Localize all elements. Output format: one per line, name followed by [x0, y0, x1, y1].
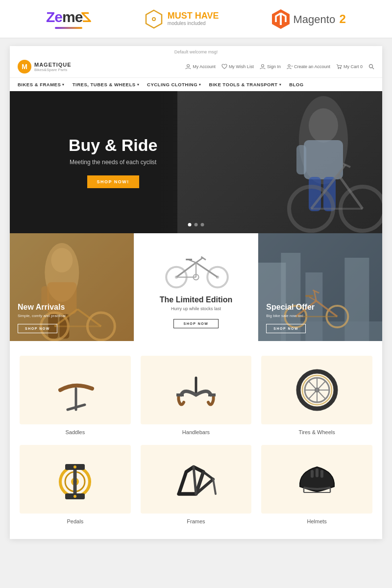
panel-center-content: The Limited Edition Hurry up while stock…: [160, 295, 232, 328]
category-section: Saddles Handlebars: [10, 341, 382, 539]
hero-dot-2[interactable]: [195, 223, 198, 226]
panel-special-desc: Big bike sale now on!: [266, 314, 315, 318]
zemes-underline: [55, 27, 82, 29]
svg-rect-12: [304, 140, 343, 179]
nav-blog[interactable]: Blog: [289, 82, 303, 87]
nav-tires[interactable]: Tires, Tubes & Wheels ▾: [73, 82, 139, 87]
category-tires-wheels[interactable]: Tires & Wheels: [261, 356, 372, 435]
svg-line-91: [203, 472, 213, 479]
helmets-illustration: [290, 457, 344, 501]
panel-new-arrivals-desc: Simple, comfy and practical: [18, 314, 66, 318]
category-handlebars[interactable]: Handlebars: [141, 356, 252, 435]
svg-point-2: [153, 18, 155, 20]
panel-limited-button[interactable]: SHOP NOW: [173, 319, 219, 328]
svg-point-5: [261, 65, 264, 67]
search-icon: [368, 64, 374, 70]
saddles-label: Saddles: [20, 429, 131, 435]
category-frames[interactable]: Frames: [141, 445, 252, 524]
hero-section: Buy & Ride Meeting the needs of each cyc…: [10, 91, 382, 233]
magento-icon: [272, 9, 290, 29]
cart-link[interactable]: My Cart 0: [336, 64, 363, 70]
header-main: MAGETIQUE Bikes&Spare Parts My Account M…: [18, 56, 374, 77]
brand-name: MAGETIQUE: [34, 62, 72, 68]
search-button[interactable]: [368, 64, 374, 70]
svg-point-9: [369, 65, 373, 68]
nav-cycling-clothing[interactable]: Cycling Clothing ▾: [147, 82, 201, 87]
must-have-badge: MUST HAVE modules included: [144, 9, 219, 29]
create-account-icon: [287, 64, 293, 70]
panel-special-title: Special Offer: [266, 303, 315, 312]
svg-line-75: [317, 390, 325, 399]
signin-link[interactable]: Sign In: [260, 64, 281, 70]
header-actions: My Account My Wish List Sign In Create a…: [185, 64, 374, 70]
brand-sub: Bikes&Spare Parts: [34, 68, 72, 72]
tires-wheels-image-box: [261, 356, 372, 424]
helmets-label: Helmets: [261, 518, 372, 524]
panel-limited-sub: Hurry up while stocks last: [160, 306, 232, 311]
svg-point-7: [338, 68, 339, 69]
brand-icon: [18, 60, 31, 74]
handlebars-image-box: [141, 356, 252, 424]
helmets-image-box: [261, 445, 372, 514]
hero-image: [177, 91, 382, 233]
frames-image-box: [141, 445, 252, 514]
panel-new-arrivals: New Arrivals Simple, comfy and practical…: [10, 233, 134, 341]
svg-point-84: [74, 466, 76, 468]
nav-bikes-frames[interactable]: Bikes & Frames ▾: [18, 82, 65, 87]
must-have-title: MUST HAVE: [168, 11, 219, 21]
panel-special-button[interactable]: SHOP NOW: [266, 324, 306, 333]
saddles-illustration: [48, 368, 102, 412]
handlebars-illustration: [169, 368, 223, 412]
svg-point-6: [288, 65, 290, 67]
wishlist-link[interactable]: My Wish List: [221, 64, 254, 70]
hero-person-svg: [225, 91, 382, 233]
svg-rect-13: [296, 145, 306, 174]
svg-line-94: [213, 479, 216, 494]
saddles-image-box: [20, 356, 131, 424]
hero-content: Buy & Ride Meeting the needs of each cyc…: [10, 136, 157, 188]
zemes-logo[interactable]: ZemeZ: [46, 9, 91, 29]
hero-dot-1[interactable]: [188, 223, 192, 226]
panel-limited-edition: The Limited Edition Hurry up while stock…: [134, 233, 259, 341]
tires-wheels-illustration: [290, 368, 344, 412]
svg-line-71: [309, 381, 317, 390]
nav-bike-tools[interactable]: Bike Tools & Transport ▾: [209, 82, 282, 87]
hero-shop-now-button[interactable]: SHOP NOW!: [87, 175, 139, 188]
must-have-icon: [144, 9, 164, 29]
svg-rect-96: [316, 468, 318, 477]
panel-limited-title: The Limited Edition: [160, 295, 232, 304]
svg-line-73: [309, 390, 317, 399]
panel-new-arrivals-button[interactable]: SHOP NOW: [18, 324, 57, 333]
svg-point-4: [187, 65, 190, 67]
hero-title: Buy & Ride: [69, 136, 157, 154]
svg-line-93: [194, 467, 196, 494]
my-account-link[interactable]: My Account: [185, 64, 216, 70]
hero-dot-3[interactable]: [201, 223, 204, 226]
panel-new-arrivals-title: New Arrivals: [18, 303, 66, 312]
category-grid: Saddles Handlebars: [20, 356, 372, 524]
site-header: Default welcome msg! MAGETIQUE Bikes&Spa…: [10, 46, 382, 77]
svg-point-87: [88, 480, 91, 483]
category-pedals[interactable]: Pedals: [20, 445, 131, 524]
signin-icon: [260, 64, 266, 70]
panel-right-content: Special Offer Big bike sale now on! SHOP…: [266, 303, 315, 333]
magento-logo[interactable]: Magento 2: [272, 9, 346, 29]
panel-left-content: New Arrivals Simple, comfy and practical…: [18, 303, 66, 333]
create-account-link[interactable]: Create an Account: [287, 64, 330, 70]
magento-version: 2: [340, 12, 346, 25]
category-saddles[interactable]: Saddles: [20, 356, 131, 435]
chevron-down-icon: ▾: [137, 83, 140, 87]
brand-logo[interactable]: MAGETIQUE Bikes&Spare Parts: [18, 60, 72, 74]
cart-icon: [336, 64, 342, 70]
svg-point-11: [309, 108, 338, 143]
category-helmets[interactable]: Helmets: [261, 445, 372, 524]
svg-rect-95: [311, 470, 314, 478]
top-banner: ZemeZ MUST HAVE modules included Magento…: [0, 0, 392, 38]
svg-point-8: [340, 68, 341, 69]
magento-text: Magento: [294, 13, 336, 25]
chevron-down-icon: ▾: [62, 83, 65, 87]
svg-line-44: [189, 260, 196, 263]
site-wrapper: Default welcome msg! MAGETIQUE Bikes&Spa…: [10, 46, 382, 539]
frames-illustration: [169, 457, 223, 501]
pedals-image-box: [20, 445, 131, 514]
